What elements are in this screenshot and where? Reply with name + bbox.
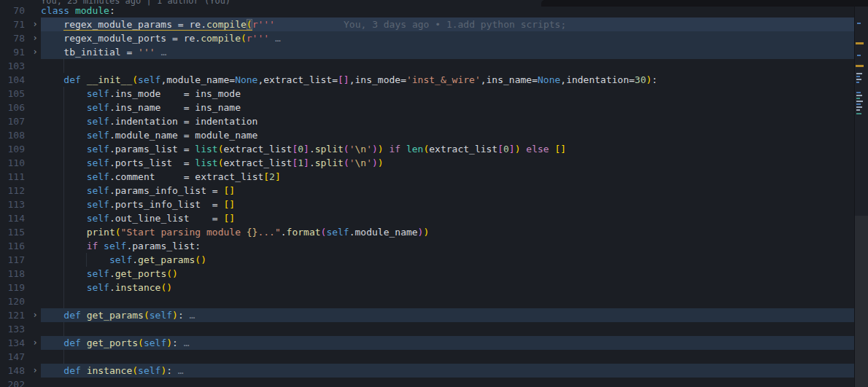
code-line-105[interactable]: 105 self.ins_mode = ins_mode (0, 87, 868, 101)
line-number[interactable]: 147 (0, 350, 29, 364)
line-number[interactable]: 202 (0, 378, 29, 387)
fold-chevron-icon[interactable]: › (29, 17, 41, 31)
gutter-line-115[interactable]: 115 (0, 225, 41, 239)
code-line-112[interactable]: 112 self.params_info_list = [] (0, 184, 868, 198)
gutter-line-119[interactable]: 119 (0, 281, 41, 294)
line-number[interactable]: 116 (0, 239, 29, 253)
gutter-line-114[interactable]: 114 (0, 211, 41, 225)
line-number[interactable]: 71 (0, 17, 29, 31)
gutter-line-147[interactable]: 147 (0, 350, 41, 364)
line-number[interactable]: 110 (0, 156, 29, 170)
gutter-line-105[interactable]: 105 (0, 87, 41, 101)
minimap-mark (856, 73, 862, 74)
line-number[interactable]: 111 (0, 170, 29, 184)
code-line-78[interactable]: 78› regex_module_ports = re.compile(r'''… (0, 31, 868, 45)
fold-chevron-icon[interactable]: › (29, 336, 41, 350)
line-number[interactable]: 120 (0, 294, 29, 308)
token: [ (263, 171, 269, 182)
gutter-line-104[interactable]: 104 (0, 73, 41, 87)
token: extract_list (263, 74, 332, 85)
code-line-121[interactable]: 121› def get_params(self): … (0, 308, 868, 322)
gutter-line-91[interactable]: 91› (0, 45, 41, 59)
line-number[interactable]: 107 (0, 114, 29, 128)
token: . (109, 268, 115, 279)
gutter-line-117[interactable]: 117 (0, 253, 41, 267)
line-number[interactable]: 117 (0, 253, 29, 267)
gutter-line-116[interactable]: 116 (0, 239, 41, 253)
line-number[interactable]: 112 (0, 184, 29, 198)
line-number[interactable]: 106 (0, 101, 29, 114)
line-number[interactable]: 148 (0, 364, 29, 378)
code-line-111[interactable]: 111 self.comment = extract_list[2] (0, 170, 868, 184)
code-line-119[interactable]: 119 self.instance() (0, 281, 868, 294)
code-editor[interactable]: You, 25 minutes ago | 1 author (You) 70c… (0, 0, 868, 387)
code-line-115[interactable]: 115 print("Start parsing module {}...".f… (0, 225, 868, 239)
line-number[interactable]: 119 (0, 281, 29, 294)
fold-chevron-icon[interactable]: › (29, 45, 41, 59)
gutter-line-70[interactable]: 70 (0, 4, 41, 17)
code-line-107[interactable]: 107 self.indentation = indentation (0, 114, 868, 128)
code-line-114[interactable]: 114 self.out_line_list = [] (0, 211, 868, 225)
line-number[interactable]: 108 (0, 128, 29, 142)
code-line-110[interactable]: 110 self.ports_list = list(extract_list[… (0, 156, 868, 170)
gutter-line-107[interactable]: 107 (0, 114, 41, 128)
code-line-147[interactable]: 147 (0, 350, 868, 364)
fold-chevron-icon[interactable]: › (29, 364, 41, 378)
line-number[interactable]: 70 (0, 4, 29, 17)
gutter-line-121[interactable]: 121› (0, 308, 41, 322)
line-number[interactable]: 104 (0, 73, 29, 87)
code-line-116[interactable]: 116 if self.params_list: (0, 239, 868, 253)
gutter-line-148[interactable]: 148› (0, 364, 41, 378)
gutter-line-109[interactable]: 109 (0, 142, 41, 156)
gutter-line-78[interactable]: 78› (0, 31, 41, 45)
gutter-line-133[interactable]: 133 (0, 322, 41, 336)
gutter-line-110[interactable]: 110 (0, 156, 41, 170)
code-line-133[interactable]: 133 (0, 322, 868, 336)
gutter-line-134[interactable]: 134› (0, 336, 41, 350)
code-line-148[interactable]: 148› def instance(self): … (0, 364, 868, 378)
code-line-104[interactable]: 104 def __init__(self,module_name=None,e… (0, 73, 868, 87)
line-number[interactable]: 91 (0, 45, 29, 59)
line-number[interactable]: 78 (0, 31, 29, 45)
line-number[interactable]: 115 (0, 225, 29, 239)
gutter-line-111[interactable]: 111 (0, 170, 41, 184)
line-number[interactable]: 118 (0, 267, 29, 281)
fold-chevron-icon[interactable]: › (29, 31, 41, 45)
code-line-109[interactable]: 109 self.params_list = list(extract_list… (0, 142, 868, 156)
line-number[interactable]: 105 (0, 87, 29, 101)
gutter-line-120[interactable]: 120 (0, 294, 41, 308)
gutter-line-108[interactable]: 108 (0, 128, 41, 142)
gutter-line-202[interactable]: 202 (0, 378, 41, 387)
fold-chevron-icon[interactable]: › (29, 308, 41, 322)
code-line-103[interactable]: 103 (0, 59, 868, 73)
gutter-line-71[interactable]: 71› (0, 17, 41, 31)
line-number[interactable]: 103 (0, 59, 29, 73)
line-number[interactable]: 134 (0, 336, 29, 350)
code-line-71[interactable]: 71› regex_module_params = re.compile(r''… (0, 17, 868, 31)
code-line-120[interactable]: 120 (0, 294, 868, 308)
token: ] (509, 144, 515, 155)
minimap-slider[interactable] (855, 216, 868, 387)
token: re (190, 19, 201, 31)
gutter-line-118[interactable]: 118 (0, 267, 41, 281)
token: ] (275, 171, 281, 182)
token: self (87, 144, 109, 155)
code-line-113[interactable]: 113 self.ports_info_list = [] (0, 198, 868, 211)
line-number[interactable]: 109 (0, 142, 29, 156)
line-number[interactable]: 133 (0, 322, 29, 336)
code-line-91[interactable]: 91› tb_initial = ''' … (0, 45, 868, 59)
gutter-line-103[interactable]: 103 (0, 59, 41, 73)
gutter-line-113[interactable]: 113 (0, 198, 41, 211)
code-line-118[interactable]: 118 self.get_ports() (0, 267, 868, 281)
code-line-108[interactable]: 108 self.module_name = module_name (0, 128, 868, 142)
line-number[interactable]: 114 (0, 211, 29, 225)
code-line-202[interactable]: 202 (0, 378, 868, 387)
code-line-134[interactable]: 134› def get_ports(self): … (0, 336, 868, 350)
line-number[interactable]: 113 (0, 198, 29, 211)
gutter-line-112[interactable]: 112 (0, 184, 41, 198)
minimap[interactable] (854, 0, 868, 387)
code-line-106[interactable]: 106 self.ins_name = ins_name (0, 101, 868, 114)
gutter-line-106[interactable]: 106 (0, 101, 41, 114)
line-number[interactable]: 121 (0, 308, 29, 322)
code-line-117[interactable]: 117 self.get_params() (0, 253, 868, 267)
